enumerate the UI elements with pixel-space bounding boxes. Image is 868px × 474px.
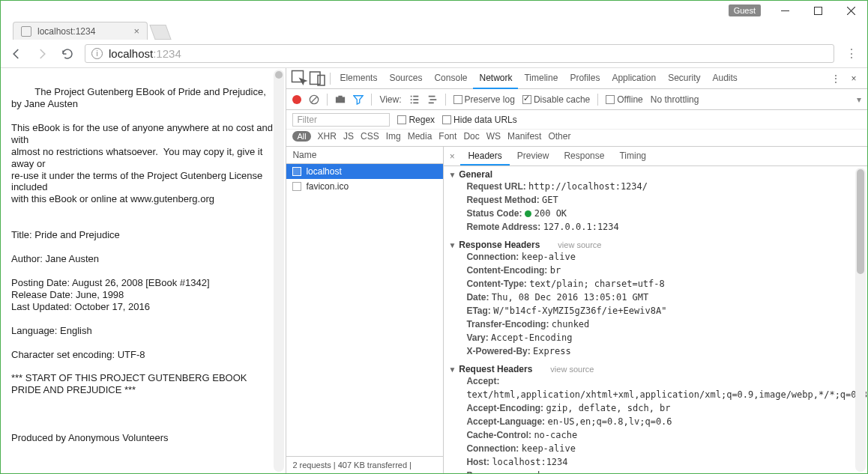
request-row[interactable]: favicon.ico (286, 179, 443, 194)
page-scrollbar[interactable] (274, 70, 284, 472)
close-button[interactable] (834, 1, 867, 20)
clear-icon[interactable] (309, 94, 319, 105)
info-icon[interactable]: i (91, 48, 103, 59)
type-filter-xhr[interactable]: XHR (318, 131, 337, 142)
window-titlebar: Guest (1, 1, 867, 20)
devtools-close-icon[interactable]: × (845, 70, 863, 88)
devtools-tab-profiles[interactable]: Profiles (564, 68, 606, 89)
header-row: Pragma: no-cache (448, 469, 867, 473)
new-tab-button[interactable] (149, 25, 171, 40)
request-list: Name localhostfavicon.ico 2 requests | 4… (286, 147, 444, 473)
minimize-button[interactable] (768, 1, 801, 20)
detail-tab-response[interactable]: Response (556, 148, 612, 165)
favicon-icon (21, 26, 31, 37)
header-row: ETag: W/"b14cf-XyMZI5gZ36f/ie+Eewiv8A" (448, 304, 867, 317)
view-source-link[interactable]: view source (558, 240, 601, 249)
header-row: Transfer-Encoding: chunked (448, 317, 867, 331)
section-header[interactable]: ▼ Response Headersview source (448, 240, 867, 250)
throttling-select[interactable]: No throttling (651, 94, 699, 105)
hide-data-urls-checkbox[interactable]: Hide data URLs (442, 115, 517, 125)
header-row: Accept-Language: en-US,en;q=0.8,lv;q=0.6 (448, 415, 867, 428)
section-header[interactable]: ▼ Request Headersview source (448, 364, 867, 374)
back-button[interactable] (8, 46, 25, 62)
header-row: Connection: keep-alive (448, 250, 867, 264)
regex-checkbox[interactable]: Regex (397, 115, 435, 125)
network-body: Name localhostfavicon.ico 2 requests | 4… (286, 147, 867, 473)
header-row: Content-Type: text/plain; charset=utf-8 (448, 277, 867, 291)
network-controls: View: Preserve log Disable cache Offline… (286, 89, 867, 110)
type-filter-all[interactable]: All (292, 131, 310, 142)
devtools-menu-icon[interactable]: ⋮ (827, 70, 845, 88)
detail-tab-preview[interactable]: Preview (510, 148, 557, 165)
detail-tabstrip: × HeadersPreviewResponseTiming (444, 147, 867, 166)
scroll-thumb[interactable] (275, 71, 283, 79)
devtools-tab-timeline[interactable]: Timeline (518, 68, 564, 89)
maximize-button[interactable] (801, 1, 834, 20)
details-close-icon[interactable]: × (444, 151, 460, 162)
view-waterfall-icon[interactable] (427, 94, 438, 105)
disclosure-triangle-icon: ▼ (448, 171, 456, 179)
svg-rect-0 (781, 10, 789, 11)
header-row: Date: Thu, 08 Dec 2016 13:05:01 GMT (448, 291, 867, 304)
page-text: The Project Gutenberg EBook of Pride and… (11, 86, 276, 443)
tab-title: localhost:1234 (37, 26, 95, 37)
view-source-link[interactable]: view source (550, 365, 594, 374)
record-button[interactable] (292, 95, 301, 104)
offline-checkbox[interactable]: Offline (606, 94, 642, 105)
tab-close-icon[interactable]: × (133, 25, 139, 37)
filter-toggle-icon[interactable] (353, 94, 364, 105)
status-ok-icon (525, 210, 531, 217)
file-icon (292, 182, 301, 191)
header-row: Host: localhost:1234 (448, 455, 867, 469)
url-host: localhost (109, 47, 153, 60)
type-filter-css[interactable]: CSS (361, 131, 379, 142)
detail-tab-headers[interactable]: Headers (460, 148, 509, 165)
type-filter-ws[interactable]: WS (486, 131, 501, 142)
details-scrollbar[interactable] (855, 168, 866, 472)
reload-button[interactable] (59, 46, 76, 62)
request-name: localhost (306, 166, 341, 177)
filter-input[interactable]: Filter (292, 113, 390, 127)
browser-menu-button[interactable]: ⋮ (843, 46, 860, 61)
devtools-tab-security[interactable]: Security (662, 68, 706, 89)
detail-tab-timing[interactable]: Timing (612, 148, 654, 165)
type-filter-doc[interactable]: Doc (463, 131, 479, 142)
type-filter-manifest[interactable]: Manifest (507, 131, 541, 142)
request-row[interactable]: localhost (286, 164, 443, 179)
devtools-tabstrip: ElementsSourcesConsoleNetworkTimelinePro… (286, 68, 867, 89)
name-column-header[interactable]: Name (286, 147, 443, 164)
svg-rect-1 (814, 7, 822, 14)
devtools-tab-network[interactable]: Network (473, 68, 518, 89)
header-row: Status Code: 200 OK (448, 207, 867, 220)
browser-tab[interactable]: localhost:1234 × (13, 22, 148, 40)
view-list-icon[interactable] (409, 94, 420, 105)
devtools-tab-console[interactable]: Console (428, 68, 473, 89)
guest-badge: Guest (729, 4, 761, 16)
preserve-log-checkbox[interactable]: Preserve log (453, 94, 515, 105)
browser-toolbar: i localhost:1234 ⋮ (1, 40, 867, 68)
request-details: × HeadersPreviewResponseTiming ▼ General… (444, 147, 867, 473)
chevron-down-icon[interactable]: ▾ (857, 94, 861, 105)
section-header[interactable]: ▼ General (448, 169, 867, 180)
disable-cache-checkbox[interactable]: Disable cache (522, 94, 590, 105)
device-mode-icon[interactable] (309, 70, 327, 88)
capture-screenshots-icon[interactable] (335, 94, 346, 105)
type-filter-media[interactable]: Media (408, 131, 433, 142)
forward-button[interactable] (34, 46, 50, 62)
type-filter-img[interactable]: Img (386, 131, 401, 142)
devtools-tab-elements[interactable]: Elements (334, 68, 383, 89)
request-name: favicon.ico (306, 181, 349, 192)
header-row: Vary: Accept-Encoding (448, 331, 867, 344)
type-filter-other[interactable]: Other (548, 131, 570, 142)
svg-rect-3 (310, 72, 321, 85)
devtools-tab-audits[interactable]: Audits (706, 68, 743, 89)
url-port: :1234 (153, 47, 181, 60)
address-bar[interactable]: i localhost:1234 (85, 44, 834, 63)
inspect-icon[interactable] (291, 70, 309, 88)
devtools-tab-sources[interactable]: Sources (383, 68, 428, 89)
scroll-thumb[interactable] (857, 169, 864, 274)
type-filter-js[interactable]: JS (343, 131, 354, 142)
header-row: Accept: text/html,application/xhtml+xml,… (448, 374, 867, 401)
devtools-tab-application[interactable]: Application (606, 68, 662, 89)
type-filter-font[interactable]: Font (438, 131, 456, 142)
